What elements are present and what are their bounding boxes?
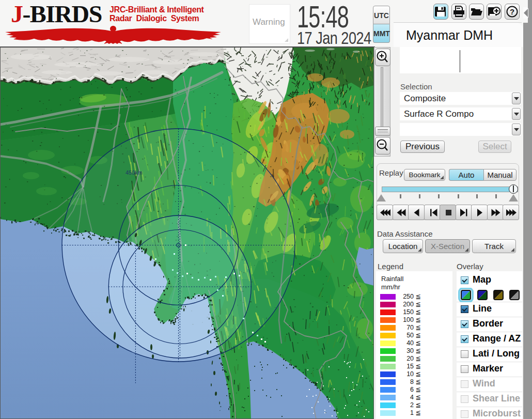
svg-text:?: ? (510, 7, 514, 16)
svg-text:450km: 450km (126, 169, 143, 176)
